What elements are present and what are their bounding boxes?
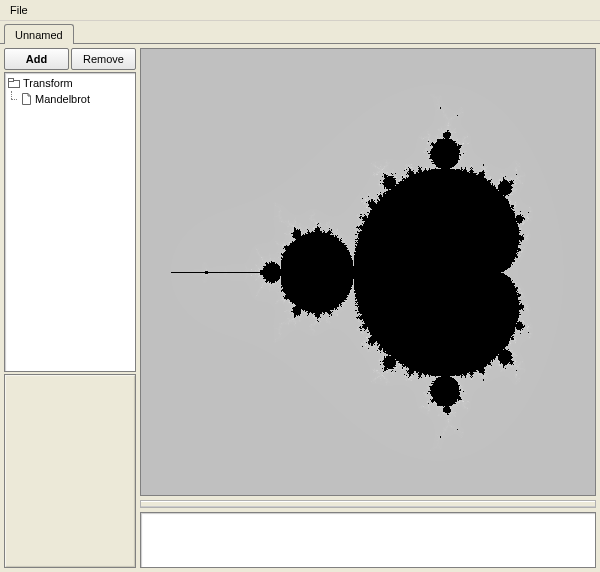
transform-tree[interactable]: Transform Mandelbrot [4,72,136,372]
output-panel[interactable] [140,512,596,568]
menubar: File [0,0,600,21]
app-window: File Unnamed Add Remove Transform [0,0,600,572]
remove-button[interactable]: Remove [71,48,136,70]
tab-bar: Unnamed [0,21,600,44]
menu-file[interactable]: File [4,3,34,17]
sidebar-button-row: Add Remove [4,48,136,70]
mandelbrot-canvas [141,49,595,495]
tree-item-label: Mandelbrot [35,93,90,105]
document-icon [19,92,33,106]
folder-closed-icon [7,76,21,90]
properties-panel [4,374,136,568]
tree-root-label: Transform [23,77,73,89]
horizontal-splitter[interactable] [140,500,596,508]
sidebar: Add Remove Transform [4,48,136,568]
tree-item[interactable]: Mandelbrot [7,91,133,107]
tab-unnamed[interactable]: Unnamed [4,24,74,44]
tree-root[interactable]: Transform [7,75,133,91]
fractal-viewport[interactable] [140,48,596,496]
content-area: Add Remove Transform [0,44,600,572]
add-button[interactable]: Add [4,48,69,70]
svg-rect-1 [9,79,14,82]
main-column [140,48,596,568]
